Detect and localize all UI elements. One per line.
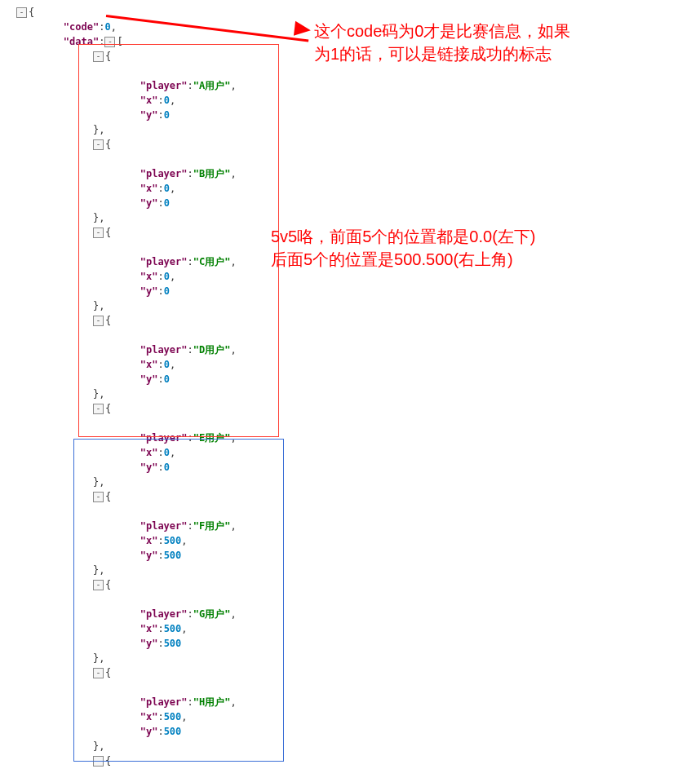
fold-icon[interactable]: - [93, 668, 104, 678]
fold-icon[interactable]: - [16, 7, 27, 18]
json-key-y: "y" [140, 373, 158, 385]
json-value-player: "C用户" [193, 256, 231, 267]
json-key-x: "x" [140, 711, 158, 722]
annotation-5v5: 5v5咯，前面5个的位置都是0.0(左下) 后面5个的位置是500.500(右上… [271, 225, 536, 271]
json-value-player: "E用户" [193, 432, 231, 444]
fold-icon[interactable]: - [93, 492, 104, 502]
json-value-player: "B用户" [193, 168, 231, 179]
json-value-x: 0 [164, 359, 170, 370]
json-value-y: 500 [164, 726, 182, 737]
json-key-x: "x" [140, 535, 158, 546]
json-key-code: "code" [64, 21, 99, 33]
json-key-player: "player" [140, 168, 188, 179]
json-value-player: "D用户" [193, 344, 231, 356]
json-value-player: "H用户" [193, 696, 231, 708]
annotation-5v5-line1: 5v5咯，前面5个的位置都是0.0(左下) [271, 228, 536, 245]
json-value-x: 0 [164, 447, 170, 458]
json-key-player: "player" [140, 696, 188, 708]
json-value-x: 500 [164, 623, 182, 634]
json-value-y: 500 [164, 638, 182, 649]
json-key-y: "y" [140, 550, 158, 561]
json-value-player: "F用户" [193, 520, 231, 532]
annotation-code: 这个code码为0才是比赛信息，如果 为1的话，可以是链接成功的标志 [314, 20, 571, 65]
json-viewer: -{ "code":0, "data":-[ -{ "player":"A用户"… [0, 0, 237, 782]
json-key-player: "player" [140, 256, 188, 267]
json-key-player: "player" [140, 608, 188, 620]
json-value-x: 0 [164, 95, 170, 106]
json-value-player: "A用户" [193, 80, 231, 91]
json-key-x: "x" [140, 271, 158, 282]
annotation-code-line2: 为1的话，可以是链接成功的标志 [314, 45, 552, 63]
json-key-y: "y" [140, 726, 158, 737]
json-value-y: 0 [164, 462, 170, 473]
fold-icon[interactable]: - [93, 756, 104, 767]
json-key-player: "player" [140, 432, 188, 444]
json-key-x: "x" [140, 359, 158, 370]
json-value-code: 0 [104, 21, 110, 33]
annotation-5v5-line2: 后面5个的位置是500.500(右上角) [271, 250, 513, 268]
json-key-x: "x" [140, 95, 158, 106]
json-key-player: "player" [140, 80, 188, 91]
json-key-player: "player" [140, 520, 188, 532]
json-key-y: "y" [140, 197, 158, 209]
json-value-y: 0 [164, 109, 170, 121]
json-value-x: 500 [164, 711, 182, 722]
fold-icon[interactable]: - [93, 404, 104, 414]
json-key-player: "player" [140, 344, 188, 356]
json-key-y: "y" [140, 462, 158, 473]
fold-icon[interactable]: - [104, 37, 115, 47]
json-value-y: 500 [164, 550, 182, 561]
json-key-y: "y" [140, 638, 158, 649]
fold-icon[interactable]: - [93, 228, 104, 238]
json-value-x: 0 [164, 183, 170, 194]
json-key-y: "y" [140, 109, 158, 121]
json-key-y: "y" [140, 285, 158, 297]
json-key-x: "x" [140, 183, 158, 194]
fold-icon[interactable]: - [93, 580, 104, 590]
json-key-x: "x" [140, 623, 158, 634]
fold-icon[interactable]: - [93, 51, 104, 62]
json-value-x: 0 [164, 271, 170, 282]
json-value-y: 0 [164, 197, 170, 209]
json-key-x: "x" [140, 447, 158, 458]
annotation-code-line1: 这个code码为0才是比赛信息，如果 [314, 22, 571, 40]
json-value-player: "G用户" [193, 608, 231, 620]
fold-icon[interactable]: - [93, 139, 104, 150]
json-value-y: 0 [164, 285, 170, 297]
json-key-data: "data" [64, 36, 99, 47]
json-value-y: 0 [164, 373, 170, 385]
fold-icon[interactable]: - [93, 316, 104, 326]
json-value-x: 500 [164, 535, 182, 546]
